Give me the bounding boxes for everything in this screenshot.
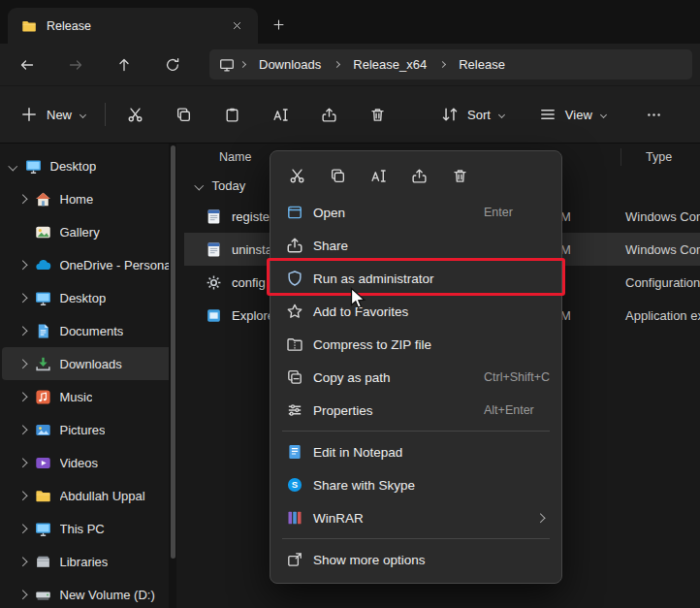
- sidebar-item-home[interactable]: Home: [2, 182, 173, 215]
- sidebar-item-documents[interactable]: Documents: [2, 314, 173, 347]
- navigation-bar: Downloads Release_x64 Release: [0, 44, 700, 85]
- home-icon: [35, 191, 51, 208]
- sidebar-item-videos[interactable]: Videos: [2, 446, 173, 479]
- sidebar-item-label: Gallery: [60, 225, 100, 240]
- menu-item-edit-in-notepad[interactable]: Edit in Notepad: [275, 435, 557, 468]
- sidebar-item-label: Videos: [60, 456, 99, 470]
- back-button[interactable]: [12, 50, 43, 80]
- tab-release[interactable]: Release: [8, 8, 258, 44]
- cut-icon[interactable]: [280, 160, 313, 191]
- group-label: Today: [212, 178, 246, 193]
- chevron-right-icon[interactable]: [18, 392, 27, 400]
- chevron-right-icon[interactable]: [18, 458, 27, 466]
- paste-button[interactable]: [211, 97, 252, 132]
- new-button[interactable]: New: [10, 98, 96, 131]
- chevron-right-icon[interactable]: [18, 359, 27, 368]
- sidebar-item-pictures[interactable]: Pictures: [2, 413, 173, 446]
- sidebar-item-downloads[interactable]: Downloads: [2, 347, 173, 380]
- sidebar-item-music[interactable]: Music: [2, 380, 173, 413]
- menu-item-compress-to-zip[interactable]: Compress to ZIP file: [275, 328, 557, 361]
- desktop-icon: [35, 290, 51, 306]
- sort-icon: [441, 106, 459, 123]
- column-divider[interactable]: [620, 148, 621, 166]
- more-options-button[interactable]: [634, 97, 675, 132]
- menu-item-open[interactable]: Open Enter: [275, 196, 557, 229]
- sidebar-item-gallery[interactable]: Gallery: [2, 215, 173, 248]
- view-button[interactable]: View: [528, 98, 617, 131]
- file-name: uninsta: [232, 242, 272, 257]
- chevron-right-icon[interactable]: [18, 491, 27, 499]
- breadcrumb-release-x64[interactable]: Release_x64: [345, 54, 434, 75]
- chevron-right-icon[interactable]: [18, 194, 27, 203]
- menu-item-label: Add to Favorites: [313, 304, 408, 319]
- copy-button[interactable]: [163, 97, 204, 132]
- menu-item-show-more-options[interactable]: Show more options: [275, 543, 557, 576]
- view-button-label: View: [565, 108, 592, 122]
- copy-icon[interactable]: [321, 160, 354, 191]
- plus-icon: [20, 106, 38, 123]
- column-header-name[interactable]: Name: [184, 150, 251, 164]
- up-button[interactable]: [109, 50, 140, 80]
- menu-item-label: Properties: [313, 403, 373, 418]
- sort-button[interactable]: Sort: [430, 98, 515, 131]
- chevron-down-icon[interactable]: [195, 180, 204, 189]
- column-header-type[interactable]: Type: [646, 150, 672, 164]
- breadcrumb-release[interactable]: Release: [451, 54, 513, 75]
- copy-path-icon: [286, 368, 303, 386]
- sidebar-scrollbar[interactable]: [169, 144, 176, 608]
- sidebar-item-desktop-pinned[interactable]: Desktop: [2, 149, 173, 182]
- menu-item-label: Show more options: [313, 553, 426, 567]
- sidebar-item-label: Music: [60, 390, 93, 404]
- menu-item-share[interactable]: Share: [275, 229, 557, 262]
- menu-item-winrar[interactable]: WinRAR: [275, 501, 557, 534]
- chevron-down-icon[interactable]: [9, 161, 17, 170]
- delete-button[interactable]: [357, 97, 398, 132]
- sidebar-item-onedrive[interactable]: OneDrive - Personal: [2, 248, 173, 281]
- menu-item-share-with-skype[interactable]: S Share with Skype: [275, 468, 557, 501]
- sidebar-item-desktop[interactable]: Desktop: [2, 281, 173, 314]
- forward-button[interactable]: [60, 50, 91, 80]
- chevron-right-icon[interactable]: [18, 590, 27, 598]
- sidebar-item-user-folder[interactable]: Abdullah Uppal: [2, 479, 173, 512]
- menu-item-label: Share: [313, 239, 348, 253]
- new-tab-button[interactable]: [266, 12, 291, 37]
- share-icon[interactable]: [402, 160, 435, 191]
- scrollbar-thumb[interactable]: [171, 145, 175, 559]
- delete-icon[interactable]: [443, 160, 476, 191]
- libraries-icon: [35, 554, 51, 570]
- rename-icon[interactable]: [362, 160, 395, 191]
- file-name: Explore: [232, 308, 274, 323]
- menu-item-add-to-favorites[interactable]: Add to Favorites: [275, 295, 557, 328]
- share-icon: [286, 237, 303, 254]
- sidebar-item-this-pc[interactable]: This PC: [2, 512, 173, 545]
- menu-item-run-as-administrator[interactable]: Run as administrator: [275, 262, 557, 295]
- menu-item-label: Open: [313, 206, 345, 220]
- file-type: Application ex: [625, 308, 700, 323]
- properties-icon: [286, 401, 303, 419]
- config-file-icon: [206, 274, 222, 291]
- chevron-right-icon[interactable]: [18, 293, 27, 302]
- tab-close-icon[interactable]: [225, 15, 248, 38]
- menu-item-properties[interactable]: Properties Alt+Enter: [275, 394, 557, 427]
- chevron-right-icon[interactable]: [18, 425, 27, 433]
- sidebar-item-label: OneDrive - Personal: [60, 258, 174, 272]
- svg-text:S: S: [292, 479, 298, 490]
- chevron-right-icon[interactable]: [18, 557, 27, 565]
- share-button[interactable]: [308, 97, 349, 132]
- address-bar[interactable]: Downloads Release_x64 Release: [209, 49, 692, 80]
- chevron-right-icon[interactable]: [18, 326, 27, 335]
- sidebar-item-label: New Volume (D:): [60, 588, 155, 602]
- breadcrumb-downloads[interactable]: Downloads: [251, 54, 329, 75]
- refresh-button[interactable]: [157, 50, 188, 80]
- chevron-right-icon[interactable]: [18, 524, 27, 532]
- sidebar-item-new-volume-d[interactable]: New Volume (D:): [2, 578, 173, 608]
- cut-button[interactable]: [114, 97, 155, 132]
- file-type: Windows Com: [625, 209, 700, 224]
- this-pc-icon: [35, 521, 51, 537]
- chevron-right-icon[interactable]: [18, 260, 27, 269]
- sidebar-item-libraries[interactable]: Libraries: [2, 545, 173, 578]
- tab-bar: Release: [0, 0, 700, 44]
- rename-button[interactable]: [260, 97, 301, 132]
- documents-icon: [35, 323, 51, 339]
- menu-item-copy-as-path[interactable]: Copy as path Ctrl+Shift+C: [275, 361, 557, 394]
